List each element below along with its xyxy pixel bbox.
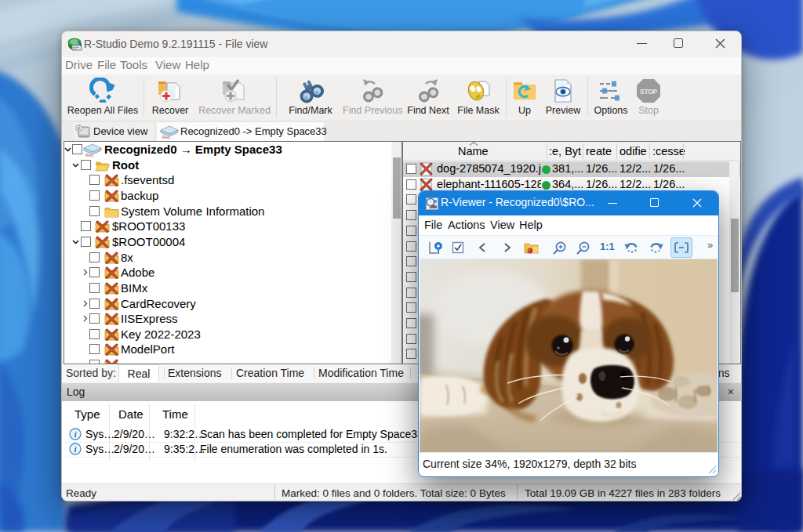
svg-text:Rec.: Rec. [85,153,95,157]
svg-text:STOP: STOP [640,89,658,96]
svg-text:Rec.: Rec. [162,135,172,139]
